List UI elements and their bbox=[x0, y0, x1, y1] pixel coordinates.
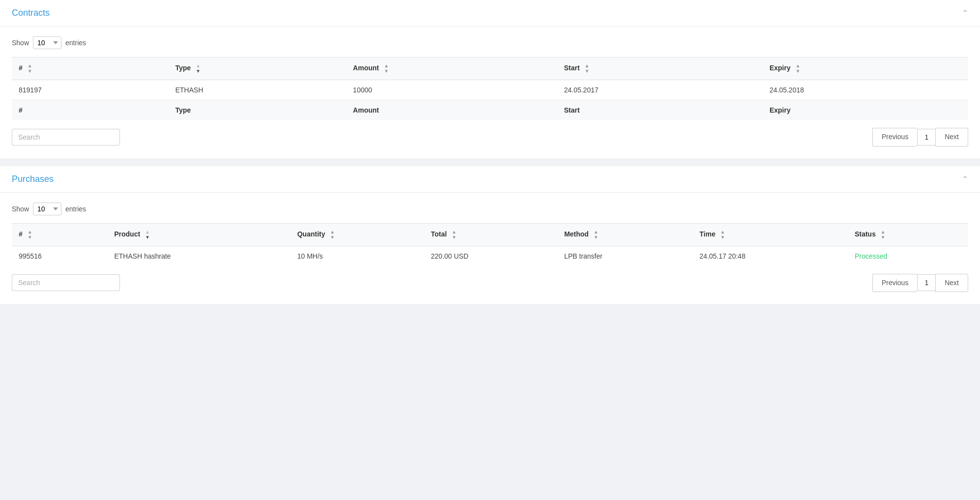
contracts-col-type[interactable]: Type ▲▼ bbox=[168, 58, 346, 80]
purchases-title: Purchases bbox=[12, 174, 54, 184]
contracts-table-footer-row: # Type Amount Start Expiry bbox=[12, 100, 968, 120]
purchases-header: Purchases ⌃ bbox=[0, 166, 980, 193]
contracts-show-label: Show bbox=[12, 39, 29, 47]
contracts-table: # ▲▼ Type ▲▼ Amount ▲▼ Start ▲▼ Expiry ▲… bbox=[12, 57, 968, 120]
contracts-search-input[interactable] bbox=[12, 129, 120, 146]
contracts-title: Contracts bbox=[12, 8, 50, 18]
contracts-footer-start: Start bbox=[557, 100, 763, 120]
contracts-footer-type: Type bbox=[168, 100, 346, 120]
contracts-cell-expiry: 24.05.2018 bbox=[763, 80, 968, 100]
contracts-footer-amount: Amount bbox=[346, 100, 557, 120]
p-quantity-sort-icon: ▲▼ bbox=[330, 230, 335, 240]
purchases-panel: Purchases ⌃ Show 10 25 50 100 entries # … bbox=[0, 166, 980, 304]
contracts-col-start[interactable]: Start ▲▼ bbox=[557, 58, 763, 80]
contracts-table-header-row: # ▲▼ Type ▲▼ Amount ▲▼ Start ▲▼ Expiry ▲… bbox=[12, 58, 968, 80]
purchases-col-method[interactable]: Method ▲▼ bbox=[557, 223, 692, 246]
purchases-table-header-row: # ▲▼ Product ▲▼ Quantity ▲▼ Total ▲▼ Met… bbox=[12, 223, 968, 246]
contracts-cell-hash: 819197 bbox=[12, 80, 168, 100]
p-product-sort-icon: ▲▼ bbox=[145, 230, 150, 240]
purchases-pagination: Previous 1 Next bbox=[872, 274, 968, 293]
type-sort-icon: ▲▼ bbox=[196, 63, 201, 74]
contracts-panel: Contracts ⌃ Show 10 25 50 100 entries # … bbox=[0, 0, 980, 158]
purchases-table-row: 995516 ETHASH hashrate 10 MH/s 220.00 US… bbox=[12, 246, 968, 266]
contracts-entries-label: entries bbox=[65, 39, 86, 47]
contracts-pagination: Previous 1 Next bbox=[872, 128, 968, 147]
contracts-col-amount[interactable]: Amount ▲▼ bbox=[346, 58, 557, 80]
section-divider bbox=[0, 162, 980, 166]
p-method-sort-icon: ▲▼ bbox=[594, 230, 598, 240]
purchases-col-product[interactable]: Product ▲▼ bbox=[107, 223, 290, 246]
p-hash-sort-icon: ▲▼ bbox=[28, 230, 32, 240]
purchases-cell-status: Processed bbox=[848, 246, 968, 266]
p-time-sort-icon: ▲▼ bbox=[720, 230, 725, 240]
purchases-cell-time: 24.05.17 20:48 bbox=[693, 246, 848, 266]
purchases-body: Show 10 25 50 100 entries # ▲▼ Product ▲… bbox=[0, 193, 980, 304]
purchases-page-number: 1 bbox=[917, 274, 935, 291]
p-status-sort-icon: ▲▼ bbox=[881, 230, 886, 240]
contracts-footer: Previous 1 Next bbox=[12, 128, 968, 147]
contracts-cell-amount: 10000 bbox=[346, 80, 557, 100]
purchases-cell-total: 220.00 USD bbox=[424, 246, 557, 266]
contracts-footer-expiry: Expiry bbox=[763, 100, 968, 120]
purchases-cell-hash: 995516 bbox=[12, 246, 107, 266]
contracts-col-hash[interactable]: # ▲▼ bbox=[12, 58, 168, 80]
purchases-previous-button[interactable]: Previous bbox=[872, 274, 917, 293]
hash-sort-icon: ▲▼ bbox=[28, 63, 32, 74]
purchases-col-quantity[interactable]: Quantity ▲▼ bbox=[290, 223, 424, 246]
contracts-previous-button[interactable]: Previous bbox=[872, 128, 917, 147]
purchases-col-time[interactable]: Time ▲▼ bbox=[693, 223, 848, 246]
contracts-header: Contracts ⌃ bbox=[0, 0, 980, 27]
purchases-show-entries: Show 10 25 50 100 entries bbox=[12, 203, 968, 215]
purchases-entries-label: entries bbox=[65, 205, 86, 213]
contracts-show-entries: Show 10 25 50 100 entries bbox=[12, 36, 968, 49]
purchases-col-total[interactable]: Total ▲▼ bbox=[424, 223, 557, 246]
purchases-table: # ▲▼ Product ▲▼ Quantity ▲▼ Total ▲▼ Met… bbox=[12, 223, 968, 266]
purchases-cell-quantity: 10 MH/s bbox=[290, 246, 424, 266]
contracts-next-button[interactable]: Next bbox=[935, 128, 968, 147]
contracts-col-expiry[interactable]: Expiry ▲▼ bbox=[763, 58, 968, 80]
purchases-col-hash[interactable]: # ▲▼ bbox=[12, 223, 107, 246]
purchases-col-status[interactable]: Status ▲▼ bbox=[848, 223, 968, 246]
contracts-entries-select[interactable]: 10 25 50 100 bbox=[33, 36, 61, 49]
contracts-cell-start: 24.05.2017 bbox=[557, 80, 763, 100]
contracts-cell-type: ETHASH bbox=[168, 80, 346, 100]
purchases-cell-product: ETHASH hashrate bbox=[107, 246, 290, 266]
purchases-cell-method: LPB transfer bbox=[557, 246, 692, 266]
purchases-collapse-icon[interactable]: ⌃ bbox=[962, 175, 968, 184]
contracts-table-row: 819197 ETHASH 10000 24.05.2017 24.05.201… bbox=[12, 80, 968, 100]
contracts-page-number: 1 bbox=[917, 129, 935, 146]
amount-sort-icon: ▲▼ bbox=[384, 63, 389, 74]
purchases-footer: Previous 1 Next bbox=[12, 274, 968, 293]
purchases-entries-select[interactable]: 10 25 50 100 bbox=[33, 203, 61, 215]
purchases-next-button[interactable]: Next bbox=[935, 274, 968, 293]
purchases-search-input[interactable] bbox=[12, 274, 120, 291]
p-total-sort-icon: ▲▼ bbox=[452, 230, 457, 240]
contracts-footer-hash: # bbox=[12, 100, 168, 120]
purchases-show-label: Show bbox=[12, 205, 29, 213]
start-sort-icon: ▲▼ bbox=[585, 63, 590, 74]
contracts-body: Show 10 25 50 100 entries # ▲▼ Type ▲▼ bbox=[0, 27, 980, 158]
expiry-sort-icon: ▲▼ bbox=[796, 63, 801, 74]
contracts-collapse-icon[interactable]: ⌃ bbox=[962, 8, 968, 18]
